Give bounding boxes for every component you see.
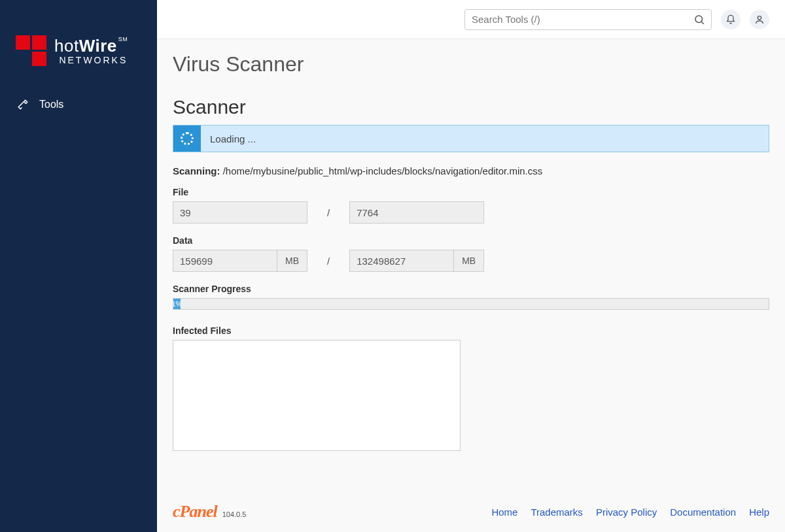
loading-text: Loading ... [201,125,265,152]
data-label: Data [173,235,769,246]
data-current-unit: MB [277,250,307,272]
search-wrap [464,9,712,30]
search-icon[interactable] [693,14,705,25]
data-total-unit: MB [454,250,484,272]
sidebar: hotWireSM NETWORKS Tools [0,0,157,532]
infected-label: Infected Files [173,325,769,336]
bell-icon [725,14,736,25]
notifications-button[interactable] [721,10,741,29]
logo-mark-icon [16,35,46,66]
sidebar-item-tools[interactable]: Tools [0,92,157,117]
brand-logo[interactable]: hotWireSM NETWORKS [0,20,157,92]
footer-link-privacy[interactable]: Privacy Policy [596,507,657,518]
file-current-input [173,201,307,224]
section-title: Scanner [173,96,769,118]
progress-fill: 1% [173,299,181,309]
search-input[interactable] [464,9,712,30]
scanning-path: /home/mybusine/public_html/wp-includes/b… [223,165,543,176]
data-current-input [173,250,277,272]
file-row: / [173,201,769,224]
spinner-icon [173,125,201,152]
footer-links: Home Trademarks Privacy Policy Documenta… [491,507,769,518]
progress-bar: 1% [173,298,769,310]
loading-banner: Loading ... [173,125,769,152]
page-title: Virus Scanner [173,52,769,76]
user-icon [754,14,765,25]
file-label: File [173,187,769,197]
data-total-input [349,250,454,272]
svg-point-0 [695,16,703,23]
data-separator: / [327,256,330,267]
sidebar-item-label: Tools [39,99,63,110]
cpanel-wordmark: cPanel [173,502,217,522]
infected-files-textarea[interactable] [173,340,461,451]
footer-link-help[interactable]: Help [749,507,769,518]
svg-point-1 [758,16,761,19]
scanning-label: Scanning: [173,165,220,176]
topbar [157,0,785,39]
tools-icon [17,99,29,110]
footer-link-trademarks[interactable]: Trademarks [531,507,582,518]
footer: cPanel 104.0.5 Home Trademarks Privacy P… [157,491,785,532]
footer-link-documentation[interactable]: Documentation [670,507,736,518]
account-button[interactable] [750,10,769,29]
footer-link-home[interactable]: Home [491,507,517,518]
file-separator: / [327,207,330,218]
scanning-status: Scanning: /home/mybusine/public_html/wp-… [173,165,769,176]
data-row: MB / MB [173,250,769,272]
cpanel-version: 104.0.5 [222,510,247,518]
cpanel-logo[interactable]: cPanel 104.0.5 [173,502,246,522]
file-total-input [349,201,484,224]
logo-text: hotWireSM NETWORKS [54,36,128,65]
progress-label: Scanner Progress [173,284,769,294]
